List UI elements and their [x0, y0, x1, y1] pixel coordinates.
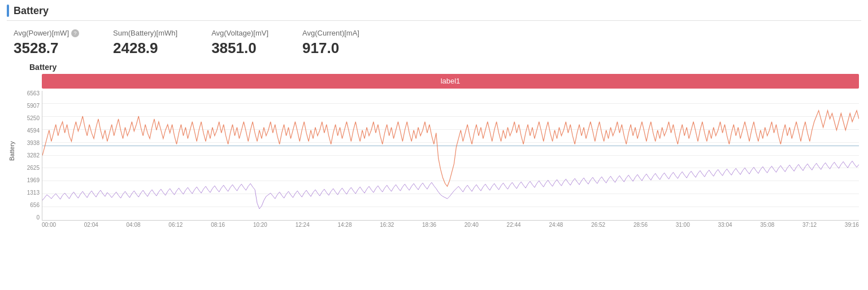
chart-svg: [42, 91, 859, 220]
x-tick-15: 31:00: [676, 222, 690, 228]
y-axis-label: Battery: [7, 74, 17, 228]
chart-section: Battery Battery label1 0 656 1313 1969 2…: [7, 63, 861, 228]
x-tick-4: 08:16: [211, 222, 225, 228]
x-tick-5: 10:20: [253, 222, 267, 228]
stat-avg-power-value: 3528.7: [14, 39, 79, 57]
y-tick-1: 656: [19, 203, 40, 208]
x-tick-9: 18:36: [422, 222, 436, 228]
page-container: Battery Avg(Power)[mW] ? 3528.7 Sum(Batt…: [0, 0, 868, 290]
label-bar[interactable]: label1: [42, 74, 859, 89]
stats-row: Avg(Power)[mW] ? 3528.7 Sum(Battery)[mWh…: [7, 25, 861, 63]
stat-avg-current: Avg(Current)[mA] 917.0: [302, 29, 359, 57]
stat-avg-power: Avg(Power)[mW] ? 3528.7: [14, 29, 79, 57]
y-tick-3: 1969: [19, 178, 40, 183]
chart-title: Battery: [7, 63, 861, 72]
x-tick-11: 22:44: [507, 222, 521, 228]
svg-rect-0: [42, 91, 859, 220]
y-tick-4: 2625: [19, 165, 40, 171]
stat-sum-battery-label: Sum(Battery)[mWh]: [113, 29, 177, 37]
x-tick-7: 14:28: [337, 222, 351, 228]
x-axis: 00:00 02:04 04:08 06:12 08:16 10:20 12:2…: [42, 222, 859, 228]
x-tick-12: 24:48: [549, 222, 563, 228]
y-tick-5: 3282: [19, 153, 40, 159]
x-tick-3: 06:12: [168, 222, 183, 228]
stat-avg-voltage: Avg(Voltage)[mV] 3851.0: [211, 29, 268, 57]
info-icon[interactable]: ?: [71, 29, 79, 37]
y-tick-9: 5907: [19, 103, 40, 109]
x-tick-1: 02:04: [84, 222, 98, 228]
chart-wrapper: Battery label1 0 656 1313 1969 2625 3282…: [7, 74, 861, 228]
x-tick-13: 26:52: [591, 222, 605, 228]
x-tick-8: 16:32: [380, 222, 394, 228]
y-tick-8: 5250: [19, 116, 40, 121]
stat-avg-power-label: Avg(Power)[mW] ?: [14, 29, 79, 37]
title-accent: [7, 5, 9, 17]
y-tick-2: 1313: [19, 190, 40, 196]
chart-plot: [42, 91, 859, 221]
y-tick-0: 0: [19, 215, 40, 221]
stat-avg-current-label: Avg(Current)[mA]: [302, 29, 359, 37]
y-tick-6: 3938: [19, 140, 40, 146]
y-tick-7: 4594: [19, 128, 40, 134]
stat-avg-voltage-label: Avg(Voltage)[mV]: [211, 29, 268, 37]
x-tick-17: 35:08: [760, 222, 774, 228]
x-tick-0: 00:00: [42, 222, 56, 228]
x-tick-18: 37:12: [802, 222, 817, 228]
x-tick-16: 33:04: [718, 222, 732, 228]
x-tick-19: 39:16: [845, 222, 859, 228]
stat-avg-voltage-value: 3851.0: [211, 39, 268, 57]
x-tick-6: 12:24: [296, 222, 310, 228]
stat-sum-battery: Sum(Battery)[mWh] 2428.9: [113, 29, 177, 57]
stat-sum-battery-value: 2428.9: [113, 39, 177, 57]
panel-title-bar: Battery: [7, 5, 861, 21]
x-tick-2: 04:08: [127, 222, 141, 228]
panel-title: Battery: [14, 5, 49, 17]
stat-avg-current-value: 917.0: [302, 39, 359, 57]
y-tick-10: 6563: [19, 91, 40, 96]
x-tick-10: 20:40: [465, 222, 479, 228]
x-tick-14: 28:56: [633, 222, 648, 228]
